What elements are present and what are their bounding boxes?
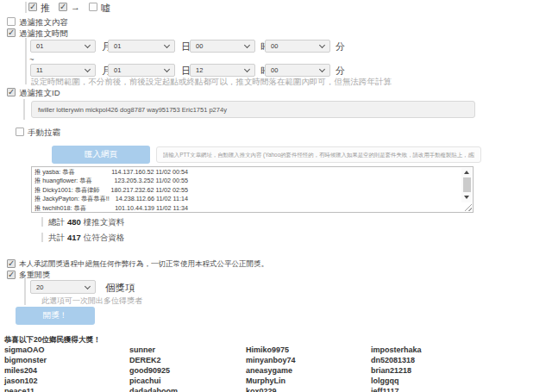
content-filter-label: 過濾推文內容 [19, 17, 68, 27]
import-webpage-button[interactable]: 匯入網頁 [52, 146, 150, 164]
winner-name: Himiko9975 [246, 345, 296, 355]
prize-count-select[interactable]: 20 [30, 280, 96, 294]
winner-name: kox0229 [246, 386, 296, 392]
push-line-right: 123.205.3.252 11/02 00:55 [115, 177, 188, 185]
manual-slot-checkbox[interactable] [16, 128, 24, 136]
indent-bar [25, 38, 27, 84]
time-range-note: 設定時間範圍，不分前後，前後設定起點或終點都可以，推文時間落在範圍內即可，但無法… [31, 77, 392, 88]
winner-name: DEREK2 [129, 355, 178, 365]
chevron-down-icon [319, 42, 325, 48]
end-day-value: 01 [114, 66, 121, 74]
indent-bar [24, 277, 26, 305]
push-line: 推 JackyPayton: 恭喜恭喜!! 14.238.112.66 11/0… [34, 195, 188, 203]
chevron-down-icon [244, 66, 250, 72]
qualified-suffix: 位符合資格 [84, 233, 125, 242]
start-hour-select[interactable]: 00 [190, 40, 255, 53]
push-line: 推 yasba: 恭喜 114.137.160.52 11/02 00:54 [34, 168, 188, 177]
push-line-right: 114.137.160.52 11/02 00:54 [111, 168, 188, 177]
winner-name: minyanboy74 [246, 355, 296, 365]
chevron-down-icon [85, 42, 91, 48]
start-day-select[interactable]: 01 [108, 40, 175, 53]
prize-count-value: 20 [36, 283, 43, 291]
boo-label: 噓 [101, 2, 110, 15]
qualified-value: 417 [67, 233, 81, 242]
manual-slot-label: 手動拉霸 [28, 128, 60, 137]
winner-name: dn52081318 [371, 355, 422, 365]
winner-name: jeff1117 [371, 386, 422, 392]
chevron-down-icon [244, 42, 250, 48]
end-month-select[interactable]: 11 [30, 64, 96, 77]
end-minute-unit: 分 [336, 65, 345, 78]
end-hour-value: 12 [196, 66, 203, 74]
start-minute-value: 00 [271, 42, 278, 50]
end-day-select[interactable]: 01 [108, 64, 175, 77]
prize-unit-label: 個獎項 [105, 282, 135, 295]
qualified-prefix: 共計 [48, 233, 65, 242]
start-month-select[interactable]: 01 [30, 40, 96, 53]
scrollbar-thumb[interactable] [463, 177, 471, 192]
arrow-label: → [71, 2, 80, 12]
multi-draw-checkbox[interactable] [7, 271, 16, 279]
total-pushes-text: 總計480樓推文資料 [48, 217, 124, 228]
winners-column: sunner DEREK2 good90925 picachui dadadab… [129, 345, 178, 392]
chevron-down-icon [85, 283, 91, 289]
push-checkbox[interactable] [28, 3, 37, 11]
push-line: 推 Dicky1001: 恭喜律師 180.217.232.62 11/02 0… [34, 186, 188, 195]
indent-bar [41, 217, 43, 227]
draw-button[interactable]: 開獎！ [16, 307, 95, 325]
id-filter-input[interactable] [31, 101, 475, 118]
winner-name: dadadaboom [129, 386, 178, 392]
winner-name: good90925 [129, 365, 178, 376]
start-hour-value: 00 [196, 42, 203, 50]
promise-checkbox[interactable] [7, 259, 16, 268]
push-content-textarea[interactable]: 推 yasba: 恭喜 114.137.160.52 11/02 00:54 推… [31, 166, 474, 213]
indent-bar [41, 233, 43, 242]
scroll-down-icon[interactable] [464, 196, 469, 199]
content-filter-checkbox[interactable] [7, 17, 16, 26]
winner-name: lolggqq [371, 376, 422, 386]
push-line-left: 推 twchih018: 恭喜 [34, 204, 86, 213]
chevron-down-icon [164, 66, 170, 72]
multi-draw-note: 此選項可一次開出多位得獎者 [41, 296, 142, 307]
winner-name: picachui [129, 376, 178, 386]
push-label: 推 [41, 2, 50, 15]
push-line-left: 推 yasba: 恭喜 [34, 168, 75, 177]
total-value: 480 [67, 217, 81, 227]
push-line-right: 14.238.112.66 11/02 11:14 [116, 195, 188, 203]
end-hour-select[interactable]: 12 [190, 64, 255, 77]
end-minute-select[interactable]: 00 [265, 64, 330, 77]
winners-column: Himiko9975 minyanboy74 aneasygame Murphy… [246, 345, 296, 392]
winner-name: MurphyLin [246, 376, 296, 386]
push-line-left: 推 huangflower: 恭喜 [34, 177, 92, 185]
scroll-up-icon[interactable] [464, 171, 469, 174]
start-minute-unit: 分 [336, 40, 345, 53]
winner-name: bigmonster [4, 355, 47, 365]
id-filter-label: 過濾推文ID [19, 88, 60, 97]
promise-label: 本人承諾開獎過程中絕無任何作弊行為，一切正常使用本程式公平公正開獎。 [19, 259, 268, 269]
article-url-input[interactable] [156, 146, 481, 163]
chevron-down-icon [319, 66, 325, 72]
total-prefix: 總計 [48, 217, 65, 227]
arrow-checkbox[interactable] [59, 3, 67, 11]
winners-column: sigmaOAO bigmonster miles204 jason102 pe… [4, 345, 47, 392]
push-line: 推 twchih018: 恭喜 101.10.44.139 11/02 11:3… [34, 204, 188, 213]
scrollbar[interactable] [461, 168, 472, 202]
boo-checkbox[interactable] [89, 3, 97, 11]
push-line-right: 101.10.44.139 11/02 11:34 [115, 204, 188, 213]
time-filter-checkbox[interactable] [7, 28, 16, 37]
winner-name: imposterhaka [371, 345, 422, 355]
id-filter-checkbox[interactable] [7, 88, 16, 96]
total-suffix: 樓推文資料 [84, 217, 125, 227]
end-minute-value: 00 [271, 66, 278, 74]
end-month-value: 11 [36, 66, 43, 74]
start-minute-select[interactable]: 00 [265, 40, 330, 53]
winner-name: jason102 [4, 376, 47, 386]
winner-name: sunner [129, 345, 178, 355]
indent-bar [23, 99, 25, 120]
time-range-separator: ~ [29, 54, 34, 64]
push-line: 推 huangflower: 恭喜 123.205.3.252 11/02 00… [34, 177, 188, 185]
chevron-down-icon [164, 42, 170, 48]
start-month-value: 01 [36, 42, 43, 50]
qualified-text: 共計417位符合資格 [48, 233, 124, 244]
start-day-value: 01 [114, 42, 121, 50]
